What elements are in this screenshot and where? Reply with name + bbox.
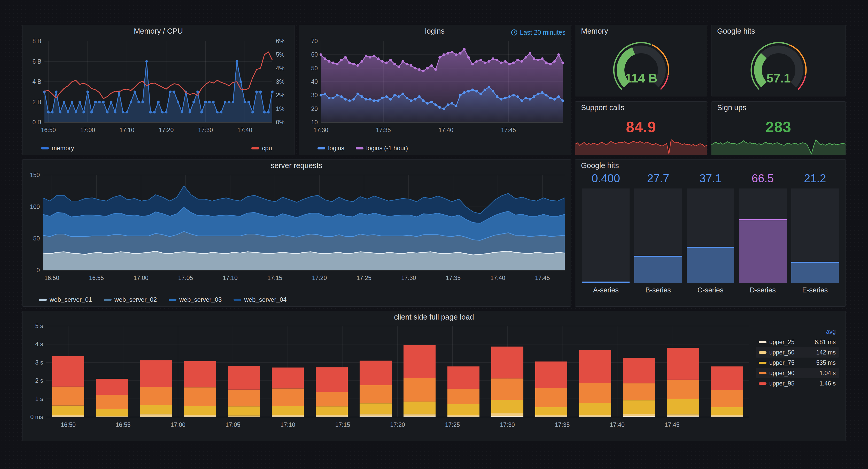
svg-text:0 B: 0 B	[32, 119, 41, 126]
legend-label: web_server_02	[115, 296, 157, 303]
panel-title-server-requests[interactable]: server requests	[23, 159, 571, 171]
server-requests-chart[interactable]: 05010015016:5016:5517:0017:0517:1017:151…	[26, 171, 567, 288]
svg-text:1 s: 1 s	[35, 395, 43, 402]
legend-item-web-server-04[interactable]: web_server_04	[234, 296, 286, 303]
logins-chart[interactable]: 1020304050607017:3017:3517:4017:45	[303, 37, 567, 138]
bar-gauge-track	[739, 188, 786, 283]
svg-text:40: 40	[311, 78, 318, 85]
svg-text:20: 20	[311, 106, 318, 112]
svg-text:17:35: 17:35	[376, 127, 391, 134]
logins-series-swatch	[317, 147, 325, 149]
svg-text:0: 0	[36, 267, 40, 273]
legend-row-upper-95[interactable]: upper_95 1.46 s	[755, 378, 839, 389]
bar-gauge-fill-b	[634, 256, 682, 283]
svg-text:17:10: 17:10	[223, 274, 238, 281]
svg-text:5 s: 5 s	[35, 323, 43, 329]
support-calls-value: 84.9	[575, 118, 707, 136]
svg-text:17:25: 17:25	[445, 421, 460, 428]
svg-text:17:05: 17:05	[225, 421, 241, 428]
legend-item-memory[interactable]: memory	[41, 145, 74, 152]
time-range-label: Last 20 minutes	[520, 29, 566, 36]
svg-text:6%: 6%	[276, 38, 284, 45]
svg-text:17:00: 17:00	[170, 421, 185, 428]
svg-text:4 s: 4 s	[35, 341, 43, 348]
svg-text:6 B: 6 B	[32, 58, 41, 65]
legend-row-upper-25[interactable]: upper_25 6.81 ms	[755, 337, 839, 347]
panel-title-sign-ups[interactable]: Sign ups	[711, 101, 845, 114]
memory-gauge: 114 B	[601, 37, 681, 90]
svg-text:10: 10	[311, 119, 318, 126]
support-calls-sparkline	[575, 138, 707, 155]
svg-text:17:40: 17:40	[610, 421, 625, 428]
svg-text:17:45: 17:45	[501, 127, 516, 134]
legend-item-web-server-02[interactable]: web_server_02	[104, 296, 157, 303]
svg-text:17:30: 17:30	[401, 274, 416, 281]
panel-title-google-hits-gauge[interactable]: Google hits	[711, 25, 845, 37]
svg-text:30: 30	[311, 92, 318, 98]
legend-avg-value: 1.04 s	[819, 370, 836, 377]
upper-75-swatch	[759, 362, 767, 364]
legend-label: upper_25	[769, 339, 814, 346]
legend-item-cpu[interactable]: cpu	[251, 145, 272, 152]
legend-label: logins (-1 hour)	[366, 145, 408, 152]
svg-text:17:35: 17:35	[446, 274, 461, 281]
legend-item-logins-1hour[interactable]: logins (-1 hour)	[356, 145, 408, 152]
bar-gauge-fill-d	[739, 219, 786, 283]
svg-text:100: 100	[30, 203, 40, 210]
legend-row-upper-50[interactable]: upper_50 142 ms	[755, 347, 839, 358]
panel-google-hits-bars: Google hits 0.400 27.7 37.1 66.5 21.2 A-…	[575, 159, 846, 306]
cpu-series-swatch	[251, 147, 259, 149]
legend-label: web_server_03	[179, 296, 222, 303]
svg-text:17:25: 17:25	[356, 274, 371, 281]
legend-label: cpu	[262, 145, 272, 152]
svg-text:150: 150	[30, 172, 40, 178]
svg-text:16:50: 16:50	[61, 421, 76, 428]
bar-gauge-value-e: 21.2	[791, 171, 839, 187]
panel-server-requests: server requests 05010015016:5016:5517:00…	[22, 159, 571, 306]
svg-text:17:05: 17:05	[178, 274, 193, 281]
bar-gauge-fill-e	[791, 262, 839, 283]
panel-title-memory-cpu[interactable]: Memory / CPU	[23, 25, 294, 37]
svg-text:16:55: 16:55	[116, 421, 131, 428]
legend-label: web_server_04	[244, 296, 286, 303]
svg-text:17:40: 17:40	[238, 127, 252, 134]
web-server-01-swatch	[39, 299, 47, 301]
svg-text:17:10: 17:10	[120, 127, 134, 134]
svg-text:5%: 5%	[276, 51, 284, 58]
page-load-chart[interactable]: 0 ms1 s2 s3 s4 s5 s16:5016:5517:0017:051…	[27, 323, 751, 437]
panel-title-support-calls[interactable]: Support calls	[575, 101, 707, 114]
bar-gauge-value-b: 27.7	[634, 171, 682, 187]
panel-title-page-load[interactable]: client side full page load	[23, 311, 845, 323]
legend-row-upper-75[interactable]: upper_75 535 ms	[755, 358, 839, 368]
web-server-04-swatch	[234, 299, 241, 301]
panel-page-load: client side full page load 0 ms1 s2 s3 s…	[22, 311, 846, 441]
svg-text:60: 60	[311, 51, 318, 58]
grafana-dashboard: Memory / CPU 0 B2 B4 B6 B8 B16:5017:0017…	[0, 0, 868, 469]
upper-50-swatch	[759, 351, 767, 354]
legend-avg-value: 142 ms	[816, 349, 836, 356]
logins-1hour-series-swatch	[356, 147, 364, 149]
panel-logins: logins Last 20 minutes 1020304050607017:…	[299, 25, 571, 155]
legend-item-web-server-03[interactable]: web_server_03	[169, 296, 222, 303]
svg-text:17:10: 17:10	[280, 421, 295, 428]
panel-title-google-hits-bars[interactable]: Google hits	[575, 159, 845, 171]
bar-gauge-fill-a	[582, 282, 629, 283]
panel-title-memory-gauge[interactable]: Memory	[575, 25, 707, 37]
svg-text:17:15: 17:15	[268, 274, 282, 281]
panel-memory-cpu: Memory / CPU 0 B2 B4 B6 B8 B16:5017:0017…	[22, 25, 294, 155]
legend-row-upper-90[interactable]: upper_90 1.04 s	[755, 368, 839, 378]
memory-cpu-chart[interactable]: 0 B2 B4 B6 B8 B16:5017:0017:1017:2017:30…	[26, 37, 290, 138]
legend-item-web-server-01[interactable]: web_server_01	[39, 296, 92, 303]
time-range-indicator[interactable]: Last 20 minutes	[511, 29, 566, 36]
panel-google-hits-gauge: Google hits 57.1	[711, 25, 846, 96]
legend-avg-value: 1.46 s	[819, 380, 836, 387]
legend-avg-value: 535 ms	[816, 359, 836, 367]
svg-text:1%: 1%	[276, 106, 284, 112]
memory-series-swatch	[41, 147, 49, 149]
bar-gauge-track	[687, 188, 734, 283]
legend-item-logins[interactable]: logins	[317, 145, 344, 152]
bar-gauge-label-d: D-series	[739, 286, 786, 294]
bar-gauge-label-c: C-series	[687, 286, 734, 294]
svg-text:4%: 4%	[276, 65, 284, 71]
svg-text:0%: 0%	[276, 119, 284, 126]
